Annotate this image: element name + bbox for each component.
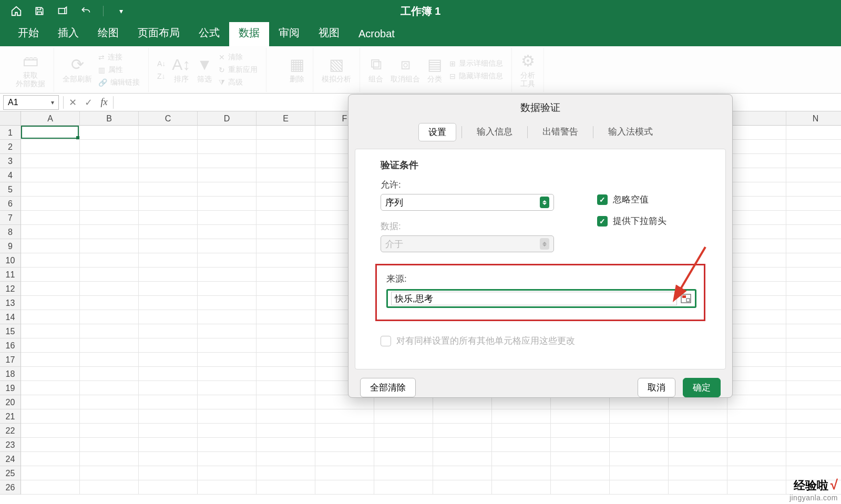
cell[interactable]	[198, 168, 257, 182]
cell[interactable]	[139, 197, 198, 211]
cell[interactable]	[139, 466, 198, 480]
cell[interactable]	[433, 452, 492, 466]
cell[interactable]	[139, 225, 198, 239]
cell[interactable]	[786, 395, 841, 409]
cell[interactable]	[315, 452, 374, 466]
cell[interactable]	[80, 395, 139, 409]
cell[interactable]	[198, 409, 257, 424]
cell[interactable]	[727, 452, 786, 466]
cell[interactable]	[610, 452, 669, 466]
cell[interactable]	[727, 282, 786, 296]
row-header[interactable]: 17	[0, 353, 21, 367]
cell[interactable]	[139, 381, 198, 395]
cell[interactable]	[374, 480, 433, 495]
stepper-icon[interactable]	[540, 197, 549, 208]
column-header[interactable]: E	[257, 111, 315, 126]
cell[interactable]	[21, 211, 80, 225]
cell[interactable]	[80, 353, 139, 367]
cell[interactable]	[727, 182, 786, 197]
cell[interactable]	[610, 438, 669, 452]
cell[interactable]	[433, 438, 492, 452]
cell[interactable]	[21, 282, 80, 296]
cell[interactable]	[551, 409, 610, 424]
cell[interactable]	[786, 466, 841, 480]
chevron-down-icon[interactable]: ▾	[51, 99, 54, 106]
cell[interactable]	[80, 480, 139, 495]
cell[interactable]	[139, 239, 198, 253]
cell[interactable]	[257, 296, 315, 310]
cell[interactable]	[257, 154, 315, 168]
cell[interactable]	[21, 480, 80, 495]
cell[interactable]	[492, 480, 551, 495]
cell[interactable]	[21, 197, 80, 211]
cell[interactable]	[80, 140, 139, 154]
ignore-blank-checkbox[interactable]: ✓ 忽略空值	[597, 193, 707, 205]
cell[interactable]	[551, 424, 610, 438]
cell[interactable]	[139, 182, 198, 197]
cell[interactable]	[786, 268, 841, 282]
cell[interactable]	[21, 438, 80, 452]
cell[interactable]	[198, 253, 257, 268]
cell[interactable]	[139, 126, 198, 140]
cell[interactable]	[80, 381, 139, 395]
cell[interactable]	[551, 466, 610, 480]
cell[interactable]	[21, 452, 80, 466]
menu-formulas[interactable]: 公式	[189, 20, 229, 46]
cell[interactable]	[21, 324, 80, 338]
menu-data[interactable]: 数据	[229, 20, 269, 46]
cell[interactable]	[139, 338, 198, 353]
ok-button[interactable]: 确定	[683, 378, 721, 397]
cell[interactable]	[374, 452, 433, 466]
row-header[interactable]: 16	[0, 338, 21, 353]
cell[interactable]	[257, 338, 315, 353]
cell[interactable]	[139, 140, 198, 154]
cell[interactable]	[315, 480, 374, 495]
cell[interactable]	[198, 381, 257, 395]
cell[interactable]	[727, 225, 786, 239]
row-header[interactable]: 13	[0, 296, 21, 310]
cell[interactable]	[198, 126, 257, 140]
cell[interactable]	[492, 466, 551, 480]
cell[interactable]	[198, 282, 257, 296]
cell[interactable]	[433, 480, 492, 495]
cell[interactable]	[727, 140, 786, 154]
column-header[interactable]: D	[198, 111, 257, 126]
cell[interactable]	[786, 182, 841, 197]
cell[interactable]	[315, 424, 374, 438]
cell[interactable]	[80, 154, 139, 168]
cell[interactable]	[727, 353, 786, 367]
cell[interactable]	[139, 324, 198, 338]
tab-error-alert[interactable]: 出错警告	[533, 123, 588, 141]
cell[interactable]	[21, 409, 80, 424]
cell[interactable]	[80, 324, 139, 338]
cancel-formula-icon[interactable]: ✕	[65, 97, 80, 108]
cell[interactable]	[80, 168, 139, 182]
menu-review[interactable]: 审阅	[269, 20, 309, 46]
cell[interactable]	[139, 282, 198, 296]
cell[interactable]	[257, 239, 315, 253]
cell[interactable]	[786, 424, 841, 438]
cell[interactable]	[198, 480, 257, 495]
cell[interactable]	[80, 197, 139, 211]
row-header[interactable]: 12	[0, 282, 21, 296]
cell[interactable]	[21, 381, 80, 395]
cell[interactable]	[257, 409, 315, 424]
cell[interactable]	[80, 239, 139, 253]
cell[interactable]	[551, 438, 610, 452]
cell[interactable]	[21, 140, 80, 154]
cell[interactable]	[786, 409, 841, 424]
cell[interactable]	[257, 452, 315, 466]
menu-acrobat[interactable]: Acrobat	[349, 23, 404, 46]
row-header[interactable]: 6	[0, 197, 21, 211]
accept-formula-icon[interactable]: ✓	[80, 97, 96, 108]
cell[interactable]	[727, 466, 786, 480]
cell[interactable]	[786, 126, 841, 140]
cell[interactable]	[198, 395, 257, 409]
home-icon[interactable]	[11, 5, 22, 17]
cell[interactable]	[727, 424, 786, 438]
cell[interactable]	[727, 381, 786, 395]
cell[interactable]	[139, 395, 198, 409]
cell[interactable]	[198, 268, 257, 282]
cell[interactable]	[669, 409, 727, 424]
row-header[interactable]: 1	[0, 126, 21, 140]
